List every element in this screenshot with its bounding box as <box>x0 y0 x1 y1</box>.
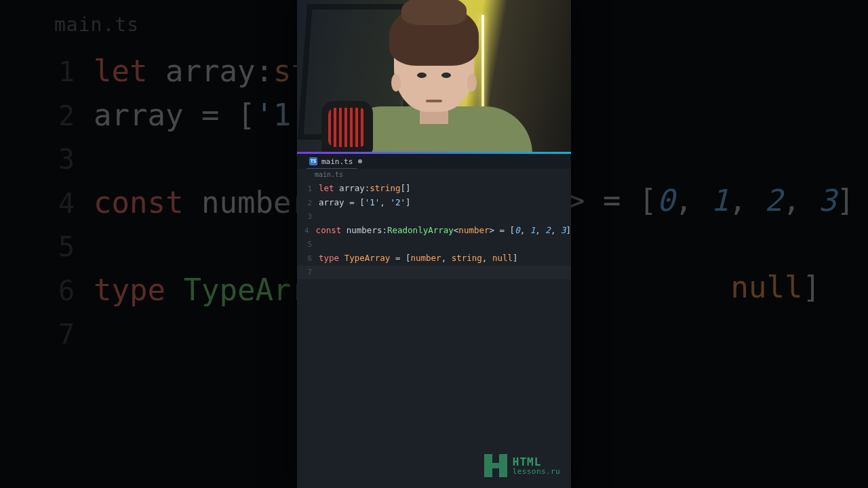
code-line[interactable]: 3 <box>297 210 571 224</box>
code-line[interactable]: 2array = ['1', '2'] <box>297 196 571 210</box>
line-number: 1 <box>297 182 312 196</box>
line-number: 2 <box>297 197 312 210</box>
code-line[interactable]: 5 <box>297 238 571 251</box>
code-line[interactable]: 6type TypeArray = [number, string, null] <box>297 251 571 266</box>
line-number: 7 <box>297 266 312 279</box>
code-line[interactable]: 7 <box>297 266 571 279</box>
brand-logo-icon <box>484 454 507 477</box>
bg-right-fragment-line4: r> = [0, 1, 2, 3] <box>549 183 854 218</box>
code-area[interactable]: 1let array:string[]2array = ['1', '2']34… <box>297 180 571 488</box>
brand-subtitle: lessons.ru <box>513 468 560 475</box>
typescript-icon: TS <box>309 157 317 165</box>
microphone-icon <box>321 101 373 154</box>
code-line[interactable]: 1let array:string[] <box>297 182 571 196</box>
breadcrumb[interactable]: main.ts <box>297 169 571 180</box>
unsaved-indicator-icon <box>358 159 362 163</box>
editor-tabbar: TS main.ts <box>297 154 571 169</box>
bg-right-fragment-line6: null] <box>731 270 821 304</box>
webcam-overlay <box>297 0 571 154</box>
line-number: 5 <box>297 238 312 251</box>
video-column: TS main.ts main.ts 1let array:string[]2a… <box>297 0 571 488</box>
tab-filename[interactable]: main.ts <box>321 157 353 166</box>
line-number: 3 <box>297 210 312 224</box>
brand-watermark: HTML lessons.ru <box>484 454 560 477</box>
code-editor[interactable]: TS main.ts main.ts 1let array:string[]2a… <box>297 154 571 488</box>
line-number: 4 <box>297 224 309 238</box>
brand-title: HTML <box>513 457 560 468</box>
line-number: 6 <box>297 252 312 266</box>
code-line[interactable]: 4const numbers:ReadonlyArray<number> = [… <box>297 224 571 238</box>
